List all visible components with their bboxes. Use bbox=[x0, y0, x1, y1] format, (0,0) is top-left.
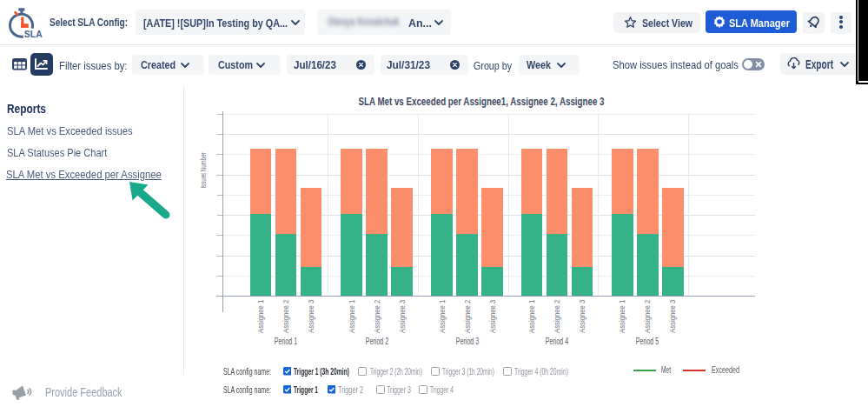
svg-text:SLA: SLA bbox=[24, 30, 43, 39]
